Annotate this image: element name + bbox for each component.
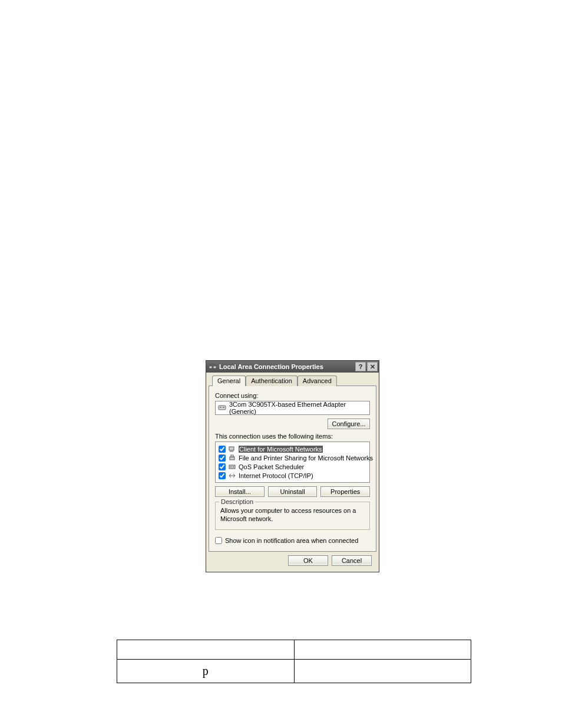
items-label: This connection uses the following items…: [215, 433, 370, 440]
description-text: Allows your computer to access resources…: [220, 507, 365, 523]
adapter-icon: [218, 404, 226, 411]
properties-button[interactable]: Properties: [320, 486, 370, 497]
network-icon: [209, 363, 217, 371]
connect-using-label: Connect using:: [215, 392, 370, 399]
item-checkbox[interactable]: [219, 463, 226, 470]
table-cell: [294, 640, 471, 660]
tab-advanced[interactable]: Advanced: [297, 375, 337, 386]
description-legend: Description: [219, 498, 255, 505]
titlebar[interactable]: Local Area Connection Properties ? ✕: [206, 361, 379, 373]
list-item[interactable]: QoS Packet Scheduler: [219, 462, 366, 471]
table-cell: p: [117, 660, 295, 683]
svg-rect-6: [230, 451, 233, 452]
tab-general[interactable]: General: [212, 375, 246, 386]
svg-rect-3: [220, 407, 222, 408]
tab-panel-general: Connect using: 3Com 3C905TX-based Ethern…: [209, 386, 376, 552]
table-cell: [117, 640, 295, 660]
cancel-button[interactable]: Cancel: [332, 555, 372, 566]
tab-authentication[interactable]: Authentication: [246, 375, 297, 386]
ok-button[interactable]: OK: [288, 555, 328, 566]
svg-rect-10: [230, 466, 232, 467]
table-cell: [294, 660, 471, 683]
table-row: p: [117, 660, 471, 683]
close-button[interactable]: ✕: [367, 362, 378, 371]
list-item[interactable]: Internet Protocol (TCP/IP): [219, 471, 366, 480]
help-button[interactable]: ?: [355, 362, 366, 371]
adapter-field[interactable]: 3Com 3C905TX-based Ethernet Adapter (Gen…: [215, 401, 370, 415]
list-item[interactable]: File and Printer Sharing for Microsoft N…: [219, 453, 366, 462]
printer-icon: [228, 454, 236, 462]
item-checkbox[interactable]: [219, 454, 226, 462]
svg-rect-0: [209, 366, 212, 368]
svg-rect-5: [229, 447, 234, 450]
install-button[interactable]: Install...: [215, 486, 265, 497]
items-list[interactable]: Client for Microsoft Networks File and P…: [215, 442, 370, 483]
svg-rect-11: [233, 466, 234, 467]
item-label: Internet Protocol (TCP/IP): [239, 472, 313, 479]
show-icon-row[interactable]: Show icon in notification area when conn…: [215, 537, 370, 544]
uninstall-button[interactable]: Uninstall: [268, 486, 318, 497]
description-group: Description Allows your computer to acce…: [215, 502, 370, 530]
svg-rect-1: [213, 366, 216, 368]
dialog-title: Local Area Connection Properties: [219, 363, 354, 370]
dialog-footer: OK Cancel: [209, 552, 376, 568]
svg-rect-8: [231, 455, 233, 457]
svg-rect-7: [230, 457, 234, 460]
adapter-name: 3Com 3C905TX-based Ethernet Adapter (Gen…: [229, 401, 367, 415]
tab-strip: General Authentication Advanced: [212, 375, 376, 386]
svg-rect-9: [229, 465, 235, 469]
svg-rect-4: [223, 407, 224, 408]
item-checkbox[interactable]: [219, 446, 226, 453]
item-label: QoS Packet Scheduler: [239, 463, 304, 470]
table-row: [117, 640, 471, 660]
protocol-icon: [228, 472, 236, 479]
show-icon-checkbox[interactable]: [215, 537, 222, 544]
computer-icon: [228, 445, 236, 453]
item-checkbox[interactable]: [219, 472, 226, 479]
item-label: Client for Microsoft Networks: [239, 446, 323, 453]
device-icon: [228, 463, 236, 470]
simple-table: p: [117, 640, 471, 683]
svg-rect-2: [219, 406, 226, 410]
connection-properties-dialog: Local Area Connection Properties ? ✕ Gen…: [206, 360, 379, 572]
configure-button[interactable]: Configure...: [328, 419, 370, 429]
list-item[interactable]: Client for Microsoft Networks: [219, 444, 366, 453]
item-label: File and Printer Sharing for Microsoft N…: [239, 454, 373, 462]
dialog-body: General Authentication Advanced Connect …: [206, 373, 379, 572]
show-icon-label: Show icon in notification area when conn…: [225, 537, 358, 544]
